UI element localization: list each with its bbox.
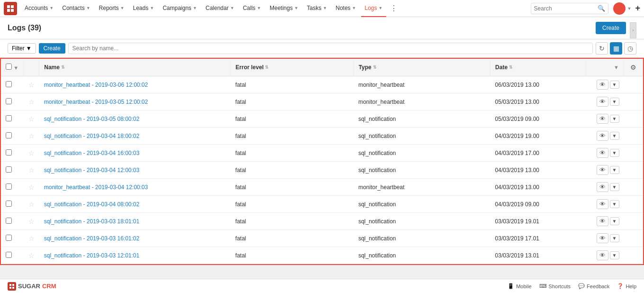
nav-arrow-leads: ▼ [150, 6, 154, 10]
column-settings-button[interactable]: ⚙ [629, 63, 637, 72]
avatar-dropdown-arrow[interactable]: ▼ [627, 6, 632, 11]
log-name-link[interactable]: sql_notification - 2019-03-04 08:00:02 [44, 201, 139, 208]
star-icon[interactable]: ☆ [28, 183, 35, 191]
view-button[interactable]: 👁 [597, 114, 608, 124]
nav-item-contacts[interactable]: Contacts ▼ [58, 0, 94, 17]
row-dropdown-button[interactable]: ▼ [610, 200, 619, 208]
type-sort-icon[interactable]: ⇅ [373, 65, 377, 70]
nav-item-accounts[interactable]: Accounts ▼ [21, 0, 57, 17]
star-icon[interactable]: ☆ [28, 201, 35, 208]
row-checkbox[interactable] [6, 201, 12, 207]
star-icon[interactable]: ☆ [28, 98, 35, 106]
nav-item-calls[interactable]: Calls ▼ [239, 0, 265, 17]
log-name-link[interactable]: monitor_heartbeat - 2019-03-06 12:00:02 [44, 82, 148, 88]
nav-item-campaigns[interactable]: Campaigns ▼ [159, 0, 201, 17]
row-checkbox[interactable] [6, 252, 12, 258]
star-icon[interactable]: ☆ [28, 252, 35, 259]
date-sort-icon[interactable]: ⇅ [509, 65, 513, 70]
row-dropdown-button[interactable]: ▼ [610, 132, 619, 140]
select-all-arrow[interactable]: ▼ [13, 65, 18, 71]
view-button[interactable]: 👁 [597, 233, 608, 243]
row-checkbox[interactable] [6, 149, 12, 156]
row-checkbox[interactable] [6, 98, 12, 104]
star-icon[interactable]: ☆ [28, 149, 35, 157]
row-dropdown-button[interactable]: ▼ [610, 251, 619, 259]
log-name-link[interactable]: sql_notification - 2019-03-05 08:00:02 [44, 116, 139, 122]
refresh-button[interactable]: ↻ [596, 42, 608, 55]
th-error-level: Error level ⇅ [231, 59, 354, 76]
error-level-sort-icon[interactable]: ⇅ [265, 65, 269, 70]
svg-rect-1 [11, 5, 14, 8]
nav-arrow-logs: ▼ [379, 6, 383, 10]
row-checkbox[interactable] [6, 132, 12, 138]
row-type-cell: sql_notification [354, 162, 490, 179]
select-all-checkbox[interactable] [6, 64, 12, 70]
row-checkbox[interactable] [6, 81, 12, 87]
row-dropdown-button[interactable]: ▼ [610, 217, 619, 225]
view-button[interactable]: 👁 [597, 80, 608, 90]
view-button[interactable]: 👁 [597, 165, 608, 175]
nav-item-reports[interactable]: Reports ▼ [95, 0, 128, 17]
log-name-link[interactable]: sql_notification - 2019-03-04 16:00:03 [44, 150, 139, 156]
log-name-link[interactable]: monitor_heartbeat - 2019-03-04 12:00:03 [44, 184, 148, 191]
avatar[interactable] [613, 2, 626, 15]
add-button[interactable]: + [635, 3, 640, 13]
row-dropdown-button[interactable]: ▼ [610, 183, 619, 191]
actions-col-arrow[interactable]: ▼ [614, 64, 619, 70]
log-name-link[interactable]: monitor_heartbeat - 2019-03-05 12:00:02 [44, 99, 148, 105]
header-create-button[interactable]: Create [596, 22, 626, 34]
log-name-link[interactable]: sql_notification - 2019-03-03 18:01:01 [44, 218, 139, 225]
nav-search-input[interactable] [534, 5, 596, 12]
nav-item-leads[interactable]: Leads ▼ [129, 0, 158, 17]
log-name-link[interactable]: sql_notification - 2019-03-03 12:01:01 [44, 252, 139, 259]
view-button[interactable]: 👁 [597, 131, 608, 141]
activity-view-button[interactable]: ◷ [624, 42, 636, 55]
toolbar-create-button[interactable]: Create [39, 43, 65, 54]
search-by-name-input[interactable] [68, 43, 593, 54]
filter-button[interactable]: Filter ▼ [8, 43, 36, 54]
view-button[interactable]: 👁 [597, 199, 608, 209]
table-row: ☆ monitor_heartbeat - 2019-03-04 12:00:0… [1, 179, 643, 196]
search-icon[interactable]: 🔍 [598, 5, 605, 12]
view-button[interactable]: 👁 [597, 216, 608, 226]
log-name-link[interactable]: sql_notification - 2019-03-03 16:01:02 [44, 235, 139, 242]
svg-rect-3 [11, 9, 14, 12]
nav-item-logs[interactable]: Logs ▼ [361, 0, 387, 17]
panel-collapse-button[interactable]: › [630, 22, 636, 38]
row-dropdown-button[interactable]: ▼ [610, 81, 619, 89]
app-logo[interactable] [4, 2, 17, 15]
nav-item-tasks[interactable]: Tasks ▼ [303, 0, 331, 17]
nav-item-notes[interactable]: Notes ▼ [332, 0, 360, 17]
row-dropdown-button[interactable]: ▼ [610, 115, 619, 123]
star-icon[interactable]: ☆ [28, 132, 35, 140]
row-checkbox[interactable] [6, 115, 12, 121]
log-name-link[interactable]: sql_notification - 2019-03-04 18:00:02 [44, 133, 139, 139]
nav-arrow-reports: ▼ [120, 6, 125, 10]
row-checkbox[interactable] [6, 166, 12, 173]
star-icon[interactable]: ☆ [28, 218, 35, 225]
row-error-level-cell: fatal [231, 196, 354, 213]
row-checkbox[interactable] [6, 218, 12, 224]
nav-item-meetings[interactable]: Meetings ▼ [266, 0, 302, 17]
page-title: Logs (39) [8, 24, 41, 37]
row-checkbox[interactable] [6, 183, 12, 190]
star-icon[interactable]: ☆ [28, 115, 35, 123]
nav-item-calendar[interactable]: Calendar ▼ [202, 0, 238, 17]
svg-rect-0 [7, 5, 10, 8]
star-icon[interactable]: ☆ [28, 166, 35, 174]
view-button[interactable]: 👁 [597, 148, 608, 158]
log-name-link[interactable]: sql_notification - 2019-03-04 12:00:03 [44, 167, 139, 174]
row-dropdown-button[interactable]: ▼ [610, 149, 619, 157]
grid-view-button[interactable]: ▦ [610, 42, 622, 55]
row-checkbox[interactable] [6, 235, 12, 241]
row-dropdown-button[interactable]: ▼ [610, 234, 619, 242]
view-button[interactable]: 👁 [597, 97, 608, 107]
star-icon[interactable]: ☆ [28, 235, 35, 242]
row-dropdown-button[interactable]: ▼ [610, 98, 619, 106]
view-button[interactable]: 👁 [597, 250, 608, 260]
star-icon[interactable]: ☆ [28, 81, 35, 89]
view-button[interactable]: 👁 [597, 182, 608, 192]
row-dropdown-button[interactable]: ▼ [610, 166, 619, 174]
name-sort-icon[interactable]: ⇅ [61, 65, 65, 70]
nav-more-button[interactable]: ⋮ [387, 4, 400, 13]
